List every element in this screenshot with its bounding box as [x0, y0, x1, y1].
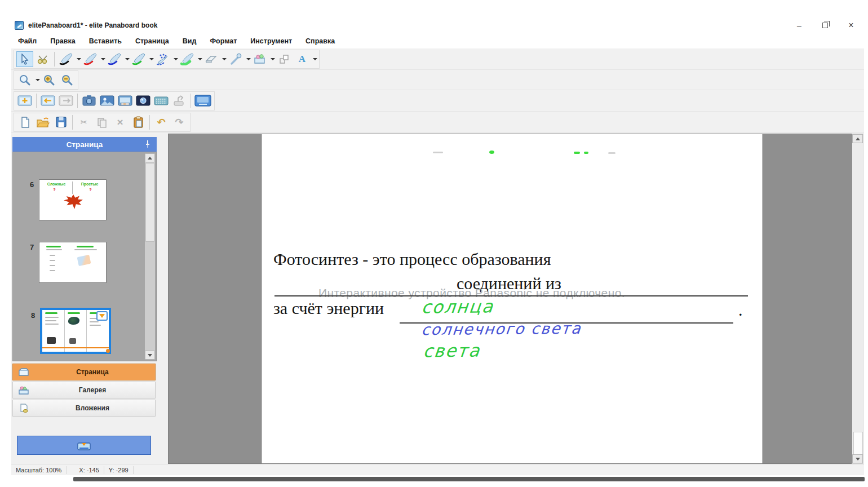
restore-button[interactable]: [812, 17, 838, 34]
status-separator: [133, 466, 134, 474]
multi-select-tool[interactable]: [34, 51, 51, 67]
thumb8-options-button[interactable]: [96, 311, 108, 321]
zoom-out-icon: [61, 74, 73, 86]
worksheet-line1: Фотосинтез - это процесс образования: [273, 250, 551, 269]
undo-button[interactable]: ↶: [153, 114, 170, 130]
pointer-wand-dropdown[interactable]: [246, 58, 251, 60]
thumb8-image: [68, 317, 79, 325]
toolbar-separator: [191, 94, 191, 108]
video-capture-button[interactable]: [135, 93, 152, 109]
presentation-screen-button[interactable]: [117, 93, 134, 109]
thumb8-text: [45, 320, 56, 321]
spray-pen-dropdown[interactable]: [174, 58, 178, 60]
new-capture-page-button[interactable]: [16, 93, 33, 109]
pen-blue-tool[interactable]: [106, 51, 123, 67]
thumb8-resize-dot[interactable]: [106, 349, 110, 353]
redo-button-disabled[interactable]: ↷: [171, 114, 188, 130]
collapse-panel-button[interactable]: [17, 436, 151, 455]
new-document-button[interactable]: [16, 114, 33, 130]
page-recall-button[interactable]: [39, 93, 56, 109]
object-arrange-tool[interactable]: [276, 51, 293, 67]
thumb8-col-divider: [64, 310, 65, 352]
thumb7-sketch: [77, 255, 91, 266]
zoom-select-tool[interactable]: [16, 72, 33, 88]
canvas-scroll-down[interactable]: [852, 454, 863, 463]
delete-button-disabled[interactable]: ×: [112, 114, 129, 130]
tab-gallery[interactable]: Галерея: [12, 382, 156, 399]
thumb8-col-divider: [86, 310, 87, 352]
pen-red-dropdown[interactable]: [101, 58, 105, 60]
pin-icon[interactable]: [144, 140, 151, 150]
worksheet-page[interactable]: Фотосинтез - это процесс образования сое…: [262, 134, 763, 463]
whiteboard-canvas[interactable]: Фотосинтез - это процесс образования сое…: [168, 134, 852, 464]
image-capture-button[interactable]: [99, 93, 116, 109]
page-number: 8: [31, 311, 35, 320]
copy-button-disabled[interactable]: [94, 114, 110, 130]
pen-green-tool[interactable]: [130, 51, 147, 67]
page-thumbnail-6[interactable]: Сложные Простые ? ?: [39, 179, 107, 220]
pen-green-icon: [132, 53, 145, 65]
pointer-wand-tool[interactable]: [227, 51, 244, 67]
paste-button[interactable]: [130, 114, 147, 130]
toolbar-capture: [11, 90, 864, 112]
pen-black-dropdown[interactable]: [77, 58, 81, 60]
text-tool-icon: A: [299, 54, 305, 65]
keyboard-button[interactable]: [153, 93, 170, 109]
page-thumbnail-7[interactable]: [39, 242, 107, 283]
open-button[interactable]: [34, 114, 51, 130]
arrow-down-icon: [856, 458, 860, 461]
arrow-up-icon: [148, 157, 152, 160]
text-tool-dropdown[interactable]: [313, 58, 317, 60]
menu-file[interactable]: Файл: [18, 37, 37, 45]
thumbnail-scrollbar[interactable]: [145, 153, 155, 360]
zoom-out-tool[interactable]: [59, 72, 76, 88]
save-floppy-icon: [55, 116, 67, 128]
canvas-scroll-up[interactable]: [852, 134, 863, 143]
status-separator: [66, 466, 67, 474]
menu-edit[interactable]: Правка: [50, 37, 75, 45]
whiteboard-device-button[interactable]: [194, 93, 212, 109]
zoom-in-tool[interactable]: [41, 72, 57, 88]
eraser-tool[interactable]: [203, 51, 220, 67]
tab-page[interactable]: Страница: [12, 364, 156, 380]
pen-blue-icon: [108, 53, 121, 65]
menu-help[interactable]: Справка: [305, 37, 335, 45]
page-send-button-disabled[interactable]: [57, 93, 74, 109]
thumb6-question-left: ?: [53, 187, 56, 192]
cut-button-disabled[interactable]: ✂: [76, 114, 92, 130]
stamp-gallery-dropdown[interactable]: [271, 58, 275, 60]
pen-red-tool[interactable]: [82, 51, 99, 67]
stamp-gallery-tool[interactable]: [251, 51, 268, 67]
close-button[interactable]: ×: [838, 17, 864, 34]
thumbnail-scroll-down[interactable]: [145, 351, 155, 360]
menu-tools[interactable]: Инструмент: [250, 37, 292, 45]
menu-insert[interactable]: Вставить: [89, 37, 122, 45]
menu-view[interactable]: Вид: [183, 37, 197, 45]
canvas-scroll-thumb[interactable]: [853, 432, 863, 457]
menu-format[interactable]: Формат: [210, 37, 237, 45]
canvas-scrollbar[interactable]: [852, 134, 863, 464]
minimize-button[interactable]: –: [786, 17, 812, 34]
thumbnail-scroll-thumb[interactable]: [145, 163, 154, 242]
text-tool[interactable]: A: [294, 51, 311, 67]
tab-attachments[interactable]: Вложения: [12, 400, 156, 417]
page-thumbnail-8-selected[interactable]: [40, 308, 111, 354]
highlighter-tool[interactable]: [179, 51, 196, 67]
whiteboard-device-icon: [194, 95, 211, 107]
pen-green-dropdown[interactable]: [149, 58, 154, 60]
status-bar: Масштаб: 100% X: -145 Y: -299: [11, 464, 864, 475]
highlighter-dropdown[interactable]: [198, 58, 202, 60]
select-tool[interactable]: [16, 51, 33, 67]
screen-capture-button[interactable]: [81, 93, 98, 109]
spray-pen-tool[interactable]: [154, 51, 171, 67]
save-button[interactable]: [52, 114, 69, 130]
zoom-in-icon: [43, 74, 55, 86]
thumbnail-scroll-up[interactable]: [145, 153, 155, 162]
pen-blue-dropdown[interactable]: [125, 58, 130, 60]
zoom-select-dropdown[interactable]: [36, 79, 40, 81]
menu-page[interactable]: Страница: [135, 37, 169, 45]
device-send-button-disabled[interactable]: [171, 93, 188, 109]
eraser-dropdown[interactable]: [222, 58, 227, 60]
pen-black-tool[interactable]: [57, 51, 74, 67]
stamp-gallery-icon: [253, 53, 267, 65]
